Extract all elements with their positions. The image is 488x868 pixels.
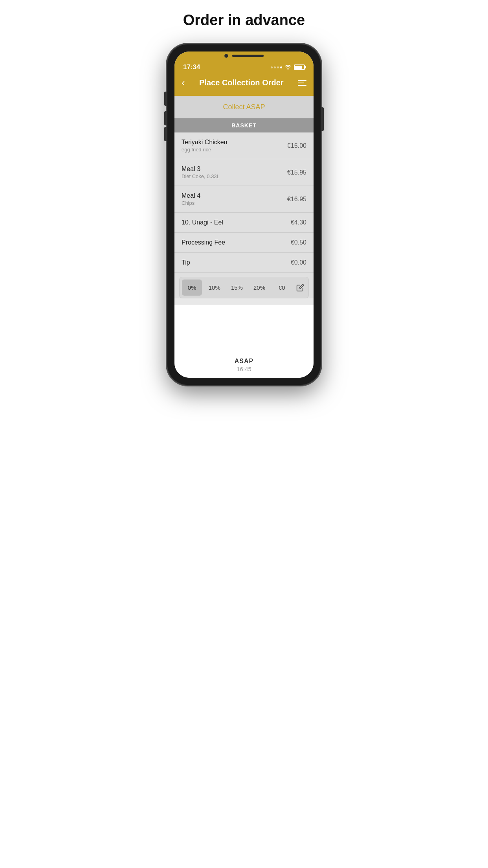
signal-icon: [271, 66, 282, 68]
item-price-1: €15.00: [287, 142, 306, 149]
battery-fill: [295, 66, 302, 69]
item-name-3: Meal 4: [182, 192, 287, 199]
signal-dot-1: [271, 66, 273, 68]
item-price-2: €15.95: [287, 169, 306, 176]
basket-header: BASKET: [174, 118, 314, 132]
item-price-4: €4.30: [291, 219, 306, 226]
phone-screen: 17:34: [174, 51, 314, 378]
item-info-2: Meal 3 Diet Coke, 0.33L: [182, 166, 287, 179]
tip-edit-button[interactable]: [294, 280, 306, 296]
camera: [224, 54, 228, 58]
status-icons: [271, 64, 305, 71]
wifi-icon: [284, 64, 292, 71]
item-price-5: €0.50: [291, 239, 306, 246]
tip-btn-custom[interactable]: €0: [272, 280, 292, 296]
item-detail-1: egg fried rice: [182, 147, 287, 153]
signal-dot-2: [274, 66, 276, 68]
footer-asap-label: ASAP: [180, 358, 308, 365]
item-info-4: 10. Unagi - Eel: [182, 219, 291, 226]
item-info-tip: Tip: [182, 259, 291, 266]
page-heading: Order in advance: [183, 12, 305, 29]
order-list: Teriyaki Chicken egg fried rice €15.00 M…: [174, 132, 314, 298]
tip-btn-10[interactable]: 10%: [204, 280, 224, 296]
notch: [174, 51, 314, 59]
nav-title: Place Collection Order: [185, 78, 298, 87]
phone-shell: 17:34: [167, 44, 321, 385]
speaker: [232, 55, 264, 57]
item-detail-2: Diet Coke, 0.33L: [182, 173, 287, 179]
nav-bar: ‹ Place Collection Order: [174, 74, 314, 96]
footer: ASAP 16:45: [174, 352, 314, 378]
item-price-3: €16.95: [287, 196, 306, 203]
order-item-3: Meal 4 Chips €16.95: [174, 186, 314, 213]
status-bar: 17:34: [174, 59, 314, 74]
item-detail-3: Chips: [182, 200, 287, 206]
item-info-5: Processing Fee: [182, 239, 291, 246]
status-header: 17:34: [174, 51, 314, 96]
item-name-1: Teriyaki Chicken: [182, 139, 287, 146]
item-price-tip: €0.00: [291, 259, 306, 266]
order-item-1: Teriyaki Chicken egg fried rice €15.00: [174, 132, 314, 159]
item-name-5: Processing Fee: [182, 239, 291, 246]
collect-asap-button[interactable]: Collect ASAP: [174, 96, 314, 118]
order-item-4: 10. Unagi - Eel €4.30: [174, 213, 314, 233]
bottom-area: [174, 305, 314, 352]
tip-options: 0% 10% 15% 20% €0: [179, 277, 309, 298]
signal-dot-4: [280, 66, 282, 68]
tip-btn-0[interactable]: 0%: [182, 280, 202, 296]
menu-line-3: [298, 85, 306, 86]
menu-line-2: [298, 83, 304, 83]
menu-line-1: [298, 80, 306, 81]
order-item-5: Processing Fee €0.50: [174, 233, 314, 253]
signal-dot-3: [277, 66, 279, 68]
item-info-1: Teriyaki Chicken egg fried rice: [182, 139, 287, 153]
order-item-2: Meal 3 Diet Coke, 0.33L €15.95: [174, 159, 314, 186]
item-name-tip: Tip: [182, 259, 291, 266]
item-name-4: 10. Unagi - Eel: [182, 219, 291, 226]
order-item-tip: Tip €0.00: [174, 253, 314, 273]
tip-btn-20[interactable]: 20%: [249, 280, 269, 296]
menu-button[interactable]: [298, 80, 306, 86]
back-button[interactable]: ‹: [182, 77, 185, 89]
status-time: 17:34: [183, 63, 200, 71]
item-info-3: Meal 4 Chips: [182, 192, 287, 206]
tip-btn-15[interactable]: 15%: [227, 280, 247, 296]
battery-icon: [294, 64, 305, 70]
item-name-2: Meal 3: [182, 166, 287, 173]
footer-time: 16:45: [180, 366, 308, 372]
